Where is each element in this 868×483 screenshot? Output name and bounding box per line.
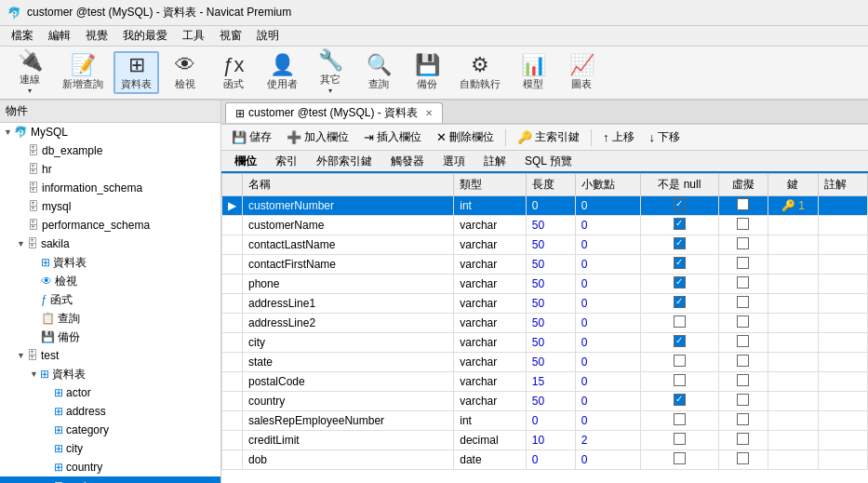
- field-virtual-6[interactable]: [718, 314, 768, 333]
- tree-item-test[interactable]: ▼🗄test: [0, 346, 220, 365]
- field-tab-選項[interactable]: 選項: [434, 151, 474, 174]
- field-tab-欄位[interactable]: 欄位: [225, 151, 266, 174]
- tree-item-sakila-backup[interactable]: 💾備份: [0, 328, 220, 346]
- toolbar-btn-user[interactable]: 👤使用者: [260, 51, 304, 94]
- menu-item-編輯[interactable]: 編輯: [41, 26, 78, 46]
- tree-item-sakila-views[interactable]: 👁檢視: [0, 272, 220, 290]
- table-row[interactable]: ▶customerNumberint00🔑 1: [222, 196, 868, 216]
- field-notnull-9[interactable]: [640, 372, 718, 392]
- tree-item-address[interactable]: ⊞address: [0, 402, 220, 421]
- tree-item-sakila-functions[interactable]: ƒ函式: [0, 290, 220, 309]
- menu-item-說明[interactable]: 說明: [249, 26, 287, 46]
- field-virtual-8[interactable]: [718, 353, 768, 372]
- menu-item-我的最愛[interactable]: 我的最愛: [115, 26, 175, 46]
- field-tab-觸發器[interactable]: 觸發器: [381, 151, 434, 174]
- field-notnull-2[interactable]: [640, 235, 718, 255]
- toolbar-btn-autorun[interactable]: ⚙自動執行: [453, 51, 507, 94]
- field-notnull-5[interactable]: [640, 294, 718, 314]
- tree-item-city[interactable]: ⊞city: [0, 439, 220, 458]
- table-row[interactable]: customerNamevarchar500: [222, 216, 868, 235]
- sub-btn-add-field[interactable]: ➕加入欄位: [280, 127, 355, 148]
- sub-btn-move-down[interactable]: ↓下移: [643, 127, 688, 148]
- field-virtual-9[interactable]: [718, 372, 768, 392]
- table-row[interactable]: countryvarchar500: [222, 392, 868, 411]
- toolbar-btn-chart[interactable]: 📈圖表: [559, 51, 604, 94]
- toolbar-btn-new-query[interactable]: 📝新增查詢: [56, 51, 110, 94]
- tree-item-db-example[interactable]: 🗄db_example: [0, 141, 220, 160]
- tree-item-category[interactable]: ⊞category: [0, 421, 220, 439]
- tree-item-performance-schema[interactable]: 🗄performance_schema: [0, 216, 220, 235]
- sub-btn-insert-field[interactable]: ⇥插入欄位: [357, 127, 428, 148]
- toolbar-btn-connect[interactable]: 🔌連線▾: [7, 51, 52, 94]
- toolbar-btn-function[interactable]: ƒx函式: [211, 51, 256, 94]
- toolbar-btn-model[interactable]: 📊模型: [511, 51, 555, 94]
- table-row[interactable]: contactFirstNamevarchar500: [222, 255, 868, 275]
- table-row[interactable]: phonevarchar500: [222, 275, 868, 294]
- field-virtual-5[interactable]: [718, 294, 768, 314]
- table-row[interactable]: addressLine2varchar500: [222, 314, 868, 333]
- toolbar-btn-backup[interactable]: 💾備份: [405, 51, 449, 94]
- tree-item-country[interactable]: ⊞country: [0, 458, 220, 476]
- menu-item-工具[interactable]: 工具: [175, 26, 212, 46]
- table-row[interactable]: postalCodevarchar150: [222, 372, 868, 392]
- field-virtual-3[interactable]: [718, 255, 768, 275]
- field-tab-註解[interactable]: 註解: [474, 151, 515, 174]
- table-row[interactable]: salesRepEmployeeNumberint00: [222, 411, 868, 431]
- tree-item-sakila-queries[interactable]: 📋查詢: [0, 309, 220, 328]
- tree-item-mysql-db[interactable]: 🗄mysql: [0, 197, 220, 216]
- field-notnull-6[interactable]: [640, 314, 718, 333]
- field-notnull-10[interactable]: [640, 392, 718, 411]
- table-row[interactable]: statevarchar500: [222, 353, 868, 372]
- field-virtual-10[interactable]: [718, 392, 768, 411]
- table-row[interactable]: contactLastNamevarchar500: [222, 235, 868, 255]
- tree-item-hr[interactable]: 🗄hr: [0, 160, 220, 179]
- sub-btn-save[interactable]: 💾儲存: [225, 127, 278, 148]
- tab-close-icon[interactable]: ✕: [425, 108, 433, 118]
- tree-item-sakila-tables[interactable]: ⊞資料表: [0, 253, 220, 272]
- field-virtual-11[interactable]: [718, 411, 768, 431]
- field-notnull-7[interactable]: [640, 333, 718, 353]
- table-area[interactable]: 名稱類型長度小數點不是 null虛擬鍵註解 ▶customerNumberint…: [221, 173, 868, 483]
- tree-item-customer[interactable]: ⊞customer: [0, 476, 220, 483]
- field-tab-SQL-預覽[interactable]: SQL 預覽: [515, 151, 581, 174]
- menu-item-視窗[interactable]: 視窗: [212, 26, 249, 46]
- field-virtual-4[interactable]: [718, 275, 768, 294]
- table-row[interactable]: creditLimitdecimal102: [222, 431, 868, 450]
- tree-item-mysql-root[interactable]: ▼🐬MySQL: [0, 123, 220, 141]
- toolbar-btn-query[interactable]: 🔍查詢: [356, 51, 401, 94]
- menu-item-視覺[interactable]: 視覺: [78, 26, 115, 46]
- sub-btn-move-up[interactable]: ↑上移: [596, 127, 641, 148]
- field-virtual-7[interactable]: [718, 333, 768, 353]
- sub-btn-delete-field[interactable]: ✕刪除欄位: [430, 127, 501, 148]
- tree-item-actor[interactable]: ⊞actor: [0, 383, 220, 402]
- field-tab-外部索引鍵[interactable]: 外部索引鍵: [307, 151, 381, 174]
- field-virtual-1[interactable]: [718, 216, 768, 235]
- table-row[interactable]: addressLine1varchar500: [222, 294, 868, 314]
- toolbar-btn-view[interactable]: 👁檢視: [163, 51, 207, 94]
- tree-item-test-tables[interactable]: ▼⊞資料表: [0, 365, 220, 383]
- field-notnull-8[interactable]: [640, 353, 718, 372]
- field-notnull-12[interactable]: [640, 431, 718, 450]
- table-row[interactable]: cityvarchar500: [222, 333, 868, 353]
- field-notnull-0[interactable]: [640, 196, 718, 216]
- tree-item-information-schema[interactable]: 🗄information_schema: [0, 179, 220, 197]
- field-notnull-13[interactable]: [640, 450, 718, 470]
- field-virtual-0[interactable]: [718, 196, 768, 216]
- field-name-4: phone: [243, 275, 454, 294]
- field-notnull-4[interactable]: [640, 275, 718, 294]
- field-notnull-3[interactable]: [640, 255, 718, 275]
- sub-btn-primary-key[interactable]: 🔑主索引鍵: [511, 127, 586, 148]
- field-virtual-2[interactable]: [718, 235, 768, 255]
- toolbar-btn-other[interactable]: 🔧其它▾: [308, 51, 353, 94]
- field-virtual-12[interactable]: [718, 431, 768, 450]
- field-virtual-13[interactable]: [718, 450, 768, 470]
- field-type-3: varchar: [454, 255, 527, 275]
- tree-item-sakila[interactable]: ▼🗄sakila: [0, 235, 220, 253]
- field-tab-索引[interactable]: 索引: [266, 151, 307, 174]
- menu-item-檔案[interactable]: 檔案: [4, 26, 41, 46]
- field-notnull-11[interactable]: [640, 411, 718, 431]
- toolbar-btn-table[interactable]: ⊞資料表: [114, 51, 159, 94]
- main-tab[interactable]: ⊞ customer @test (MySQL) - 資料表 ✕: [225, 102, 443, 123]
- table-row[interactable]: dobdate00: [222, 450, 868, 470]
- field-notnull-1[interactable]: [640, 216, 718, 235]
